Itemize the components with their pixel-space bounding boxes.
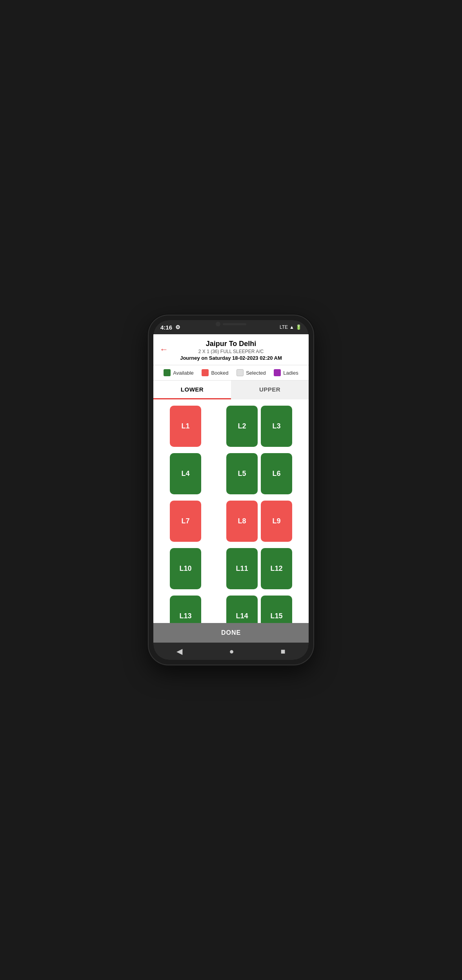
seat-L1[interactable]: L1	[170, 406, 201, 447]
nav-home-button[interactable]: ●	[229, 647, 234, 656]
right-group-1: L2 L3	[226, 406, 292, 447]
seat-L12[interactable]: L12	[261, 548, 292, 589]
phone-inner: 4:16 ⚙ LTE ▲ 🔋 ← Jaipur To Delhi 2 X 1 (…	[153, 320, 309, 660]
settings-icon: ⚙	[175, 324, 180, 330]
seat-L9[interactable]: L9	[261, 501, 292, 542]
booked-label: Booked	[211, 370, 228, 376]
seat-L8[interactable]: L8	[226, 501, 258, 542]
seat-map: L1 L2 L3 L4 L5 L6	[153, 399, 309, 643]
seat-row-3: L7 L8 L9	[160, 501, 302, 542]
status-right: LTE ▲ 🔋	[280, 324, 302, 330]
nav-back-button[interactable]: ◀	[176, 647, 182, 656]
available-dot	[164, 369, 171, 376]
available-label: Available	[173, 370, 194, 376]
legend-selected: Selected	[236, 369, 266, 376]
bottom-nav: ◀ ● ■	[153, 643, 309, 660]
legend-available: Available	[164, 369, 194, 376]
left-group-1: L1	[170, 406, 201, 447]
nav-recent-button[interactable]: ■	[280, 647, 285, 656]
ladies-dot	[274, 369, 281, 376]
camera-dot	[216, 322, 220, 326]
journey-info: Journey on Saturday 18-02-2023 02:20 AM	[160, 355, 302, 361]
seat-L7[interactable]: L7	[170, 501, 201, 542]
app-header: ← Jaipur To Delhi 2 X 1 (36) FULL SLEEPE…	[153, 334, 309, 365]
back-button[interactable]: ←	[160, 344, 168, 355]
booked-dot	[202, 369, 209, 376]
seat-row-2: L4 L5 L6	[160, 453, 302, 494]
tab-lower[interactable]: LOWER	[153, 381, 231, 399]
right-group-2: L5 L6	[226, 453, 292, 494]
route-title: Jaipur To Delhi	[160, 340, 302, 348]
tab-upper[interactable]: UPPER	[231, 381, 309, 399]
seat-L10[interactable]: L10	[170, 548, 201, 589]
seat-L3[interactable]: L3	[261, 406, 292, 447]
legend: Available Booked Selected Ladies	[153, 365, 309, 381]
bus-type: 2 X 1 (36) FULL SLEEPER A/C	[160, 349, 302, 354]
seat-L6[interactable]: L6	[261, 453, 292, 494]
selected-label: Selected	[246, 370, 266, 376]
seat-L11[interactable]: L11	[226, 548, 258, 589]
seat-row-1: L1 L2 L3	[160, 406, 302, 447]
phone-frame: 4:16 ⚙ LTE ▲ 🔋 ← Jaipur To Delhi 2 X 1 (…	[149, 315, 313, 665]
battery-icon: 🔋	[296, 324, 302, 330]
left-group-2: L4	[170, 453, 201, 494]
time-display: 4:16	[160, 324, 172, 331]
legend-ladies: Ladies	[274, 369, 298, 376]
seat-L2[interactable]: L2	[226, 406, 258, 447]
right-group-3: L8 L9	[226, 501, 292, 542]
seat-L5[interactable]: L5	[226, 453, 258, 494]
network-label: LTE	[280, 324, 288, 330]
screen: ← Jaipur To Delhi 2 X 1 (36) FULL SLEEPE…	[153, 334, 309, 643]
done-button[interactable]: DONE	[153, 623, 309, 643]
status-bar: 4:16 ⚙ LTE ▲ 🔋	[153, 320, 309, 334]
status-left: 4:16 ⚙	[160, 324, 180, 331]
ladies-label: Ladies	[283, 370, 298, 376]
seat-L4[interactable]: L4	[170, 453, 201, 494]
camera-area	[216, 322, 246, 326]
seat-row-4: L10 L11 L12	[160, 548, 302, 589]
selected-dot	[236, 369, 244, 376]
signal-icon: ▲	[289, 324, 294, 330]
legend-booked: Booked	[202, 369, 228, 376]
tab-bar: LOWER UPPER	[153, 381, 309, 399]
speaker-bar	[223, 323, 246, 325]
left-group-3: L7	[170, 501, 201, 542]
left-group-4: L10	[170, 548, 201, 589]
right-group-4: L11 L12	[226, 548, 292, 589]
